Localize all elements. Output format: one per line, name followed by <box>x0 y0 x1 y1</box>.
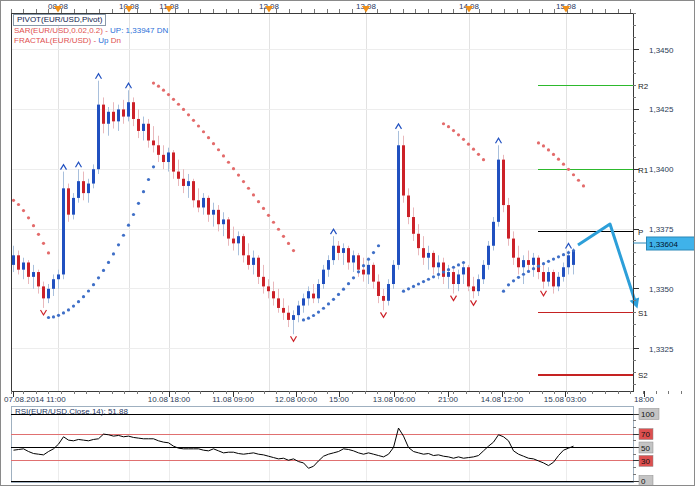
sar-dot-up <box>412 285 415 288</box>
candle-body <box>192 181 195 200</box>
sar-dot-up <box>562 253 565 256</box>
sar-dot-down <box>42 242 45 245</box>
sar-dot-up <box>147 178 150 181</box>
sar-dot-up <box>462 261 465 264</box>
current-price-value: 1,33604 <box>649 240 678 249</box>
candle-body <box>502 160 505 205</box>
candle-body <box>272 291 275 298</box>
sar-dot-up <box>437 273 440 276</box>
sar-dot-up <box>442 270 445 273</box>
fractal-legend-label: FRACTAL(EUR/USD) - <box>14 36 98 45</box>
fractal-legend-dn-toggle[interactable]: Dn <box>109 36 121 45</box>
candle-body <box>412 217 415 234</box>
sar-dot-up <box>127 224 130 227</box>
sar-dot-up <box>557 255 560 258</box>
rsi-plot-area[interactable] <box>11 406 633 482</box>
sar-dot-down <box>187 113 190 116</box>
candle-body <box>37 272 40 286</box>
sar-dot-down <box>567 168 570 171</box>
rsi-axis-label: 100 <box>641 410 655 419</box>
candle-body <box>237 236 240 243</box>
sar-dot-up <box>357 270 360 273</box>
fractal-legend-up-toggle[interactable]: Up <box>98 36 108 45</box>
sar-dot-up <box>142 190 145 193</box>
sar-dot-up <box>362 264 365 267</box>
sar-dot-up <box>107 261 110 264</box>
candle-body <box>467 267 470 286</box>
candle-body <box>292 315 295 320</box>
sar-dot-down <box>172 98 175 101</box>
sar-dot-down <box>582 184 585 187</box>
sar-dot-down <box>452 129 455 132</box>
sar-dot-up <box>367 258 370 261</box>
candle-body <box>377 282 380 296</box>
sar-dot-down <box>292 249 295 252</box>
sar-dot-up <box>317 311 320 314</box>
sar-dot-up <box>552 257 555 260</box>
sar-dot-down <box>287 242 290 245</box>
candle-body <box>397 145 400 265</box>
sar-dot-up <box>422 280 425 283</box>
fractal-legend: FRACTAL(EUR/USD) - Up Dn <box>14 36 121 46</box>
bottom-axis-time-label: 14.08 12:00 <box>481 395 524 404</box>
candle-body <box>17 255 20 269</box>
sar-legend-up-value[interactable]: UP: 1,33947 <box>110 26 154 35</box>
sar-dot-up <box>432 275 435 278</box>
sar-dot-down <box>242 180 245 183</box>
sar-dot-up <box>137 202 140 205</box>
candle-body <box>242 236 245 255</box>
sar-dot-up <box>522 273 525 276</box>
sar-dot-down <box>32 224 35 227</box>
sar-dot-up <box>57 314 60 317</box>
candle-body <box>322 270 325 284</box>
candle-body <box>232 239 235 244</box>
sar-dot-up <box>67 308 70 311</box>
candle-body <box>157 145 160 155</box>
rsi-legend[interactable]: RSI(EUR/USD,Close,14): 51,88 <box>15 407 128 417</box>
candle-body <box>62 188 65 274</box>
sar-dot-down <box>212 142 215 145</box>
candle-body <box>567 255 570 267</box>
sar-dot-up <box>457 263 460 266</box>
sar-dot-down <box>192 119 195 122</box>
bottom-axis-time-label: 07.08.2014 11:00 <box>4 395 66 404</box>
candle-body <box>147 124 150 141</box>
candle-body <box>387 284 390 301</box>
pivot-legend[interactable]: PIVOT(EUR/USD,Pivot) <box>13 14 106 26</box>
candle-body <box>357 255 360 269</box>
sar-dot-down <box>157 85 160 88</box>
candle-body <box>527 260 530 265</box>
candle-body <box>132 102 135 119</box>
price-tick-label: 1,3325 <box>649 345 674 354</box>
sar-legend-dn-toggle[interactable]: DN <box>155 26 169 35</box>
candle-body <box>532 258 535 265</box>
sar-dot-up <box>132 213 135 216</box>
sar-dot-up <box>372 251 375 254</box>
sar-dot-up <box>512 279 515 282</box>
sar-dot-down <box>482 158 485 161</box>
candle-body <box>512 239 515 258</box>
bottom-axis-time-label: 10.08 18:00 <box>148 395 191 404</box>
candle-body <box>182 179 185 186</box>
price-plot-area[interactable] <box>11 13 633 391</box>
sar-dot-down <box>167 93 170 96</box>
sar-dot-up <box>447 268 450 271</box>
sar-dot-up <box>507 283 510 286</box>
candle-body <box>382 296 385 301</box>
sar-dot-up <box>82 295 85 298</box>
sar-dot-down <box>272 221 275 224</box>
sar-dot-up <box>302 318 305 321</box>
candle-body <box>97 105 100 170</box>
bottom-axis-time-label: 12.08 00:00 <box>275 395 318 404</box>
candle-body <box>432 253 435 267</box>
sar-dot-down <box>217 148 220 151</box>
candle-body <box>422 248 425 258</box>
sar-dot-down <box>207 136 210 139</box>
candle-body <box>417 234 420 248</box>
candle-body <box>77 181 80 198</box>
candle-body <box>302 298 305 305</box>
candle-body <box>347 248 350 262</box>
candle-body <box>257 258 260 277</box>
sar-dot-up <box>342 288 345 291</box>
sar-dot-down <box>197 124 200 127</box>
